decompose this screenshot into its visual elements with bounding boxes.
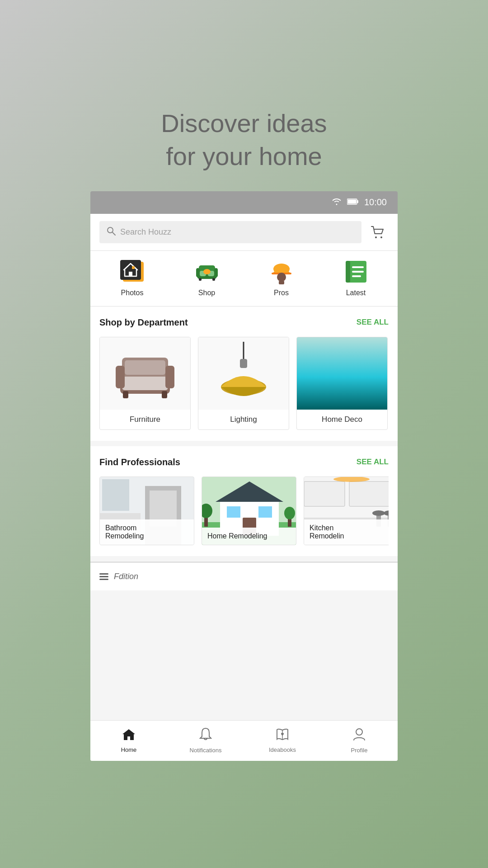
bottom-nav-profile[interactable]: Profile bbox=[321, 727, 398, 754]
shop-by-department-section: Shop by Department SEE ALL bbox=[90, 307, 398, 441]
hint-line: Fdition bbox=[99, 572, 389, 581]
shop-icon bbox=[193, 258, 221, 285]
wifi-icon bbox=[332, 197, 342, 208]
svg-point-3 bbox=[108, 227, 113, 233]
latest-icon bbox=[343, 258, 370, 285]
svg-rect-1 bbox=[357, 200, 358, 203]
svg-rect-61 bbox=[349, 481, 389, 506]
nav-item-latest[interactable]: Latest bbox=[343, 258, 370, 297]
svg-rect-37 bbox=[162, 391, 167, 398]
svg-rect-17 bbox=[212, 278, 215, 281]
nav-item-pros[interactable]: Pros bbox=[268, 258, 295, 297]
search-placeholder: Search Houzz bbox=[120, 227, 171, 237]
menu-lines-icon bbox=[99, 573, 108, 580]
kitchen-card-img: KitchenRemodelin bbox=[304, 477, 389, 545]
bottom-nav-ideabooks[interactable]: Ideabooks bbox=[244, 728, 321, 753]
svg-rect-25 bbox=[279, 281, 284, 284]
battery-icon bbox=[347, 198, 359, 207]
home-nav-label: Home bbox=[121, 746, 137, 753]
svg-rect-35 bbox=[165, 366, 174, 388]
prof-cards-scroll: BathroomRemodeling bbox=[99, 476, 389, 545]
nav-label-latest: Latest bbox=[346, 289, 366, 297]
kitchen-card-label: KitchenRemodelin bbox=[304, 519, 389, 545]
search-icon bbox=[107, 226, 116, 238]
nav-label-photos: Photos bbox=[121, 289, 144, 297]
lighting-card-label: Lighting bbox=[198, 410, 289, 429]
svg-rect-18 bbox=[196, 268, 200, 277]
svg-point-64 bbox=[372, 510, 385, 516]
lighting-card[interactable]: Lighting bbox=[198, 337, 289, 430]
svg-rect-28 bbox=[352, 266, 364, 268]
svg-rect-33 bbox=[122, 377, 168, 390]
furniture-card[interactable]: Furniture bbox=[99, 337, 191, 430]
phone-frame: 10:00 Search Houzz bbox=[90, 191, 398, 761]
svg-point-6 bbox=[380, 236, 382, 238]
prof-see-all[interactable]: SEE ALL bbox=[357, 458, 389, 467]
prof-section-header: Find Professionals SEE ALL bbox=[99, 457, 389, 467]
svg-point-24 bbox=[277, 273, 286, 282]
shop-section-title: Shop by Department bbox=[99, 317, 188, 328]
bathroom-card[interactable]: BathroomRemodeling bbox=[99, 476, 194, 545]
home-remodeling-card-label: Home Remodeling bbox=[202, 528, 296, 545]
ideabooks-nav-icon bbox=[276, 728, 289, 744]
nav-item-shop[interactable]: Shop bbox=[193, 258, 221, 297]
svg-rect-36 bbox=[123, 391, 128, 398]
hero-line1: Discover ideas bbox=[161, 109, 327, 137]
svg-point-20 bbox=[203, 269, 211, 274]
svg-rect-34 bbox=[116, 366, 125, 388]
svg-rect-30 bbox=[352, 275, 361, 277]
svg-rect-38 bbox=[125, 360, 165, 375]
svg-rect-52 bbox=[258, 506, 272, 518]
app-content: Search Houzz bbox=[90, 214, 398, 761]
shop-section-header: Shop by Department SEE ALL bbox=[99, 317, 389, 328]
svg-rect-45 bbox=[102, 479, 129, 511]
hero-section: Discover ideas for your home bbox=[161, 107, 327, 173]
lighting-card-img bbox=[198, 337, 289, 410]
nav-item-photos[interactable]: Photos bbox=[119, 258, 146, 297]
bottom-nav-notifications[interactable]: Notifications bbox=[167, 727, 244, 754]
svg-point-57 bbox=[284, 507, 295, 519]
scroll-content[interactable]: Shop by Department SEE ALL bbox=[90, 307, 398, 720]
svg-rect-60 bbox=[304, 481, 345, 506]
svg-rect-51 bbox=[227, 506, 240, 518]
home-remodeling-card[interactable]: Home Remodeling bbox=[202, 476, 296, 545]
svg-rect-27 bbox=[346, 261, 350, 283]
notifications-nav-label: Notifications bbox=[190, 747, 222, 754]
hint-text-label: Fdition bbox=[114, 572, 138, 581]
notifications-nav-icon bbox=[199, 727, 212, 744]
home-nav-icon bbox=[122, 728, 136, 744]
home-remodeling-card-img: Home Remodeling bbox=[202, 477, 296, 545]
find-professionals-section: Find Professionals SEE ALL bbox=[90, 446, 398, 556]
top-bar: Search Houzz bbox=[90, 214, 398, 251]
svg-line-4 bbox=[113, 232, 115, 235]
search-box[interactable]: Search Houzz bbox=[99, 221, 361, 243]
ideabooks-nav-label: Ideabooks bbox=[269, 746, 296, 753]
svg-rect-2 bbox=[347, 199, 356, 203]
home-deco-card-img bbox=[297, 337, 387, 410]
svg-marker-67 bbox=[122, 729, 135, 740]
kitchen-card[interactable]: KitchenRemodelin bbox=[304, 476, 389, 545]
svg-rect-19 bbox=[214, 268, 218, 277]
bathroom-card-label: BathroomRemodeling bbox=[100, 519, 194, 545]
bottom-nav-home[interactable]: Home bbox=[90, 728, 167, 753]
svg-point-69 bbox=[356, 729, 362, 735]
profile-nav-icon bbox=[353, 727, 366, 744]
svg-rect-41 bbox=[240, 359, 247, 368]
nav-label-shop: Shop bbox=[198, 289, 215, 297]
svg-rect-16 bbox=[199, 278, 202, 281]
svg-rect-29 bbox=[352, 271, 364, 273]
home-deco-card[interactable]: Home Deco bbox=[296, 337, 388, 430]
bottom-nav: Home Notifications bbox=[90, 720, 398, 761]
app-wrapper: Discover ideas for your home 10:00 bbox=[90, 107, 398, 761]
profile-nav-label: Profile bbox=[351, 747, 368, 754]
bathroom-card-img: BathroomRemodeling bbox=[100, 477, 194, 545]
bottom-hint: Fdition bbox=[90, 561, 398, 590]
shop-see-all[interactable]: SEE ALL bbox=[357, 318, 389, 327]
pros-icon bbox=[268, 258, 295, 285]
hero-line2: for your home bbox=[166, 142, 322, 170]
nav-label-pros: Pros bbox=[274, 289, 289, 297]
status-bar: 10:00 bbox=[90, 191, 398, 214]
furniture-card-img bbox=[100, 337, 190, 410]
furniture-card-label: Furniture bbox=[100, 410, 190, 429]
cart-button[interactable] bbox=[367, 221, 389, 243]
